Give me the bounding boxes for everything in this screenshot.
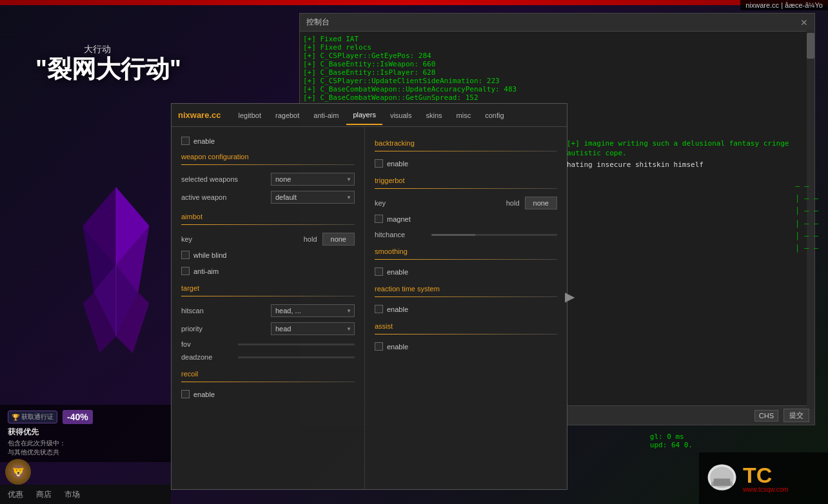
backtracking-enable-row: enable: [375, 159, 557, 168]
anti-aim-checkbox[interactable]: [181, 267, 190, 275]
right-column: backtracking enable triggerbot key hold …: [365, 127, 567, 489]
deadzone-row: deadzone: [181, 353, 355, 361]
bottom-nav: 优惠 商店 市场: [0, 485, 171, 504]
assist-line: [375, 334, 557, 334]
smoothing-enable-row: enable: [375, 267, 557, 276]
triggerbot-key-row: key hold none: [375, 197, 557, 209]
weapon-config-section: weapon configuration selected weapons no…: [181, 153, 355, 204]
reaction-time-section: reaction time system enable: [375, 285, 557, 313]
selected-weapons-label: selected weapons: [181, 175, 266, 183]
backtracking-section: backtracking enable: [375, 139, 557, 168]
target-section: target hitscan head, ... head body prior…: [181, 284, 355, 361]
triggerbot-line: [375, 188, 557, 189]
main-enable-label: enable: [193, 137, 215, 145]
reaction-time-line: [375, 296, 557, 297]
smoothing-enable-checkbox[interactable]: [375, 267, 383, 276]
aimbot-header: aimbot: [181, 213, 355, 220]
recoil-header: recoil: [181, 370, 355, 378]
weapon-config-header: weapon configuration: [181, 153, 355, 160]
magnet-checkbox[interactable]: [375, 215, 383, 223]
aimbot-key-row: key hold none: [181, 233, 355, 246]
nav-item-shop[interactable]: 商店: [36, 489, 52, 500]
backtracking-enable-checkbox[interactable]: [375, 159, 383, 168]
priority-select[interactable]: head body legs: [271, 322, 355, 335]
smoothing-section: smoothing enable: [375, 247, 557, 276]
active-weapon-select[interactable]: default primary secondary: [271, 191, 355, 204]
tc-helmet: [704, 461, 740, 496]
console-title: 控制台: [306, 17, 330, 28]
selected-weapons-select-wrapper: none pistols rifles snipers all: [271, 173, 355, 186]
aimbot-key-button[interactable]: none: [322, 233, 355, 246]
score-overlay: gl: 0 ms upd: 64 0.: [650, 432, 693, 449]
reaction-time-enable-checkbox[interactable]: [375, 305, 383, 313]
triggerbot-key-button[interactable]: none: [525, 197, 557, 209]
console-scrollbar-thumb[interactable]: [807, 33, 814, 59]
hitscan-label: hitscan: [181, 307, 266, 315]
active-weapon-label: active weapon: [181, 193, 266, 201]
while-blind-label: while blind: [193, 251, 226, 259]
user-avatar[interactable]: 🦁: [5, 459, 31, 485]
assist-enable-label: enable: [387, 343, 408, 351]
tc-logo-text: TC: [743, 464, 789, 486]
panel-scroll-arrow[interactable]: ▶: [565, 289, 567, 304]
main-enable-checkbox[interactable]: [181, 137, 190, 145]
priority-row: priority head body legs: [181, 322, 355, 335]
score-text-2: upd: 64 0.: [650, 441, 693, 449]
smoothing-line: [375, 259, 557, 260]
console-submit-btn[interactable]: 提交: [784, 409, 809, 422]
priority-text: 获得优先: [8, 427, 163, 438]
assist-enable-checkbox[interactable]: [375, 342, 383, 351]
hitchance-slider[interactable]: [431, 234, 557, 236]
more-text: 与其他优先状态共: [8, 448, 163, 457]
assist-enable-row: enable: [375, 342, 557, 351]
tab-config[interactable]: config: [478, 106, 510, 124]
smoothing-header: smoothing: [375, 247, 557, 255]
hitscan-row: hitscan head, ... head body: [181, 304, 355, 317]
tab-skins[interactable]: skins: [420, 106, 449, 124]
recoil-enable-checkbox[interactable]: [181, 390, 190, 398]
magnet-label: magnet: [387, 215, 411, 223]
tc-text-area: TC www.tcsqw.com: [743, 464, 789, 493]
console-lang-btn[interactable]: CHS: [754, 410, 778, 422]
priority-label: priority: [181, 325, 266, 333]
selected-weapons-select[interactable]: none pistols rifles snipers all: [271, 173, 355, 186]
pass-row: 🏆 获取通行证 -40%: [8, 410, 163, 424]
triggerbot-key-label: key: [375, 199, 501, 207]
tab-players[interactable]: players: [346, 106, 382, 125]
while-blind-checkbox[interactable]: [181, 251, 190, 259]
assist-section: assist enable: [375, 322, 557, 351]
tab-legitbot[interactable]: legitbot: [232, 106, 268, 124]
while-blind-row: while blind: [181, 251, 355, 259]
pass-badge: 🏆 获取通行证: [8, 411, 57, 423]
hitscan-select[interactable]: head, ... head body: [271, 304, 355, 317]
console-close-button[interactable]: ✕: [800, 17, 808, 28]
recoil-section: recoil enable: [181, 370, 355, 398]
left-column: enable weapon configuration selected wea…: [172, 127, 365, 489]
green-dashes: — —| — —| — —| — —| — —| — —: [795, 180, 818, 255]
console-titlebar: 控制台 ✕: [300, 14, 814, 32]
reaction-time-enable-label: enable: [387, 305, 408, 313]
anti-aim-label: anti-aim: [193, 267, 219, 275]
tab-anti-aim[interactable]: anti-aim: [307, 106, 345, 124]
tab-ragebot[interactable]: ragebot: [269, 106, 306, 124]
chat-overlay: [+] imagine writing such a delusional fa…: [567, 139, 812, 171]
backtracking-header: backtracking: [375, 139, 557, 147]
svg-rect-13: [714, 478, 731, 485]
aimbot-key-label: key: [181, 235, 299, 243]
tab-misc[interactable]: misc: [450, 106, 478, 124]
red-top-bar: [0, 0, 828, 5]
nav-item-market[interactable]: 市场: [64, 489, 80, 500]
magnet-row: magnet: [375, 215, 557, 223]
crystal-decoration: [52, 182, 181, 375]
selected-weapons-row: selected weapons none pistols rifles sni…: [181, 173, 355, 186]
chat-line-2: hating insecure shitskin himself: [567, 160, 812, 170]
reaction-time-header: reaction time system: [375, 285, 557, 293]
hitchance-label: hitchance: [375, 231, 426, 238]
backtracking-enable-label: enable: [387, 160, 408, 168]
tab-visuals[interactable]: visuals: [384, 106, 419, 124]
fov-slider[interactable]: [238, 344, 355, 345]
nav-item-deals[interactable]: 优惠: [8, 489, 23, 500]
triggerbot-header: triggerbot: [375, 177, 557, 184]
score-text-1: gl: 0 ms: [650, 432, 693, 441]
deadzone-slider[interactable]: [238, 356, 355, 358]
